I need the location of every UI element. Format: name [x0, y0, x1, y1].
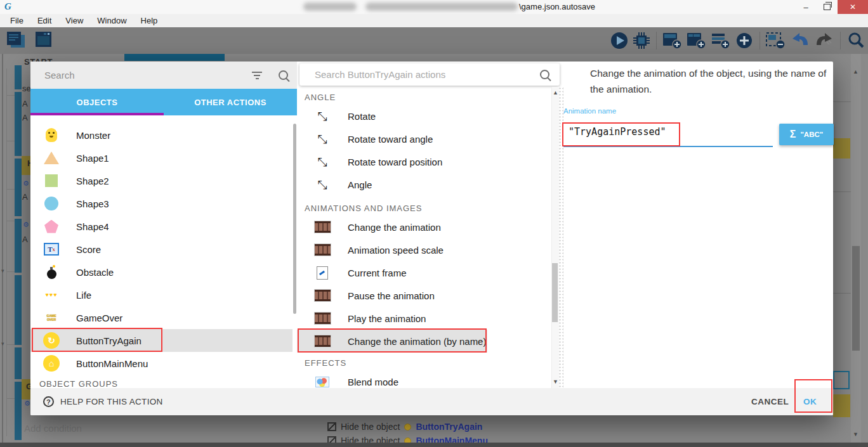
frame-icon — [313, 266, 331, 280]
event-separator — [833, 293, 851, 294]
tab-other-actions[interactable]: OTHER ACTIONS — [164, 89, 297, 115]
tab-objects[interactable]: OBJECTS — [30, 89, 164, 115]
add-circle-icon[interactable] — [735, 31, 754, 50]
circle-icon — [42, 197, 61, 211]
help-link[interactable]: ?HELP FOR THIS ACTION — [43, 388, 163, 415]
action-row-rotate-toward-position[interactable]: ⤡Rotate toward position — [297, 150, 487, 173]
filter-icon[interactable] — [252, 72, 262, 79]
object-row-life[interactable]: ♥♥♥Life — [30, 283, 293, 306]
section-header-angle: ANGLE — [297, 87, 487, 105]
object-row-shape1[interactable]: Shape1 — [30, 146, 293, 169]
action-row-pause-animation[interactable]: Pause the animation — [297, 284, 487, 307]
event-tree-line — [6, 398, 15, 399]
object-row-shape4[interactable]: Shape4 — [30, 215, 293, 238]
menu-help[interactable]: Help — [134, 16, 165, 25]
add-comment-icon[interactable] — [711, 31, 731, 50]
action-row-rotate-toward-angle[interactable]: ⤡Rotate toward angle — [297, 127, 487, 150]
expression-editor-button[interactable]: Σ "ABC" — [779, 124, 834, 145]
event-text-fragment: A — [22, 235, 28, 244]
rotate-icon: ⤡ — [313, 110, 331, 122]
scroll-down-icon[interactable]: ▼ — [853, 431, 858, 437]
object-search-input[interactable] — [43, 69, 252, 81]
action-row-current-frame[interactable]: Current frame — [297, 261, 487, 284]
ok-button[interactable]: OK — [803, 388, 817, 415]
action-row-change-animation[interactable]: Change the animation — [297, 216, 487, 238]
close-button[interactable]: ✕ — [838, 0, 868, 14]
event-action-row: Hide the object ButtonTryAgain — [327, 422, 482, 432]
menu-file[interactable]: File — [3, 16, 30, 25]
events-sheet-icon[interactable] — [5, 30, 27, 50]
section-header-effects: EFFECTS — [297, 353, 487, 370]
object-row-gameover[interactable]: GAMEOVERGameOver — [30, 306, 293, 329]
help-icon: ? — [43, 396, 54, 407]
restart-button-icon: ↻ — [42, 332, 61, 349]
event-text-fragment: A — [22, 192, 28, 202]
add-event-icon[interactable] — [662, 31, 683, 50]
action-list-scrollbar-thumb[interactable] — [552, 263, 558, 322]
rotate-icon: ⤡ — [313, 133, 331, 145]
gear-icon: ⚙ — [24, 399, 30, 408]
action-label: Current frame — [348, 268, 407, 278]
cancel-button[interactable]: CANCEL — [751, 388, 789, 415]
action-row-angle[interactable]: ⤡Angle — [297, 173, 487, 196]
object-label: Score — [76, 244, 101, 255]
object-row-obstacle[interactable]: Obstacle — [30, 261, 293, 283]
redo-icon[interactable] — [814, 32, 834, 49]
sigma-icon: Σ — [790, 129, 796, 140]
action-row-change-animation-by-name[interactable]: Change the animation (by name) — [297, 330, 487, 353]
object-label: Life — [76, 290, 91, 301]
panel-border — [2, 54, 3, 443]
comment-block — [833, 138, 850, 159]
action-row-play-animation[interactable]: Play the animation — [297, 307, 487, 330]
scene-editor-icon[interactable] — [34, 30, 53, 50]
action-row-rotate[interactable]: ⤡Rotate — [297, 105, 487, 127]
object-row-shape3[interactable]: Shape3 — [30, 192, 293, 215]
action-label: Rotate — [348, 111, 376, 122]
add-subevent-icon[interactable] — [687, 31, 707, 50]
menu-window[interactable]: Window — [90, 16, 133, 25]
object-row-buttonmainmenu[interactable]: ⌂ButtonMainMenu — [30, 352, 293, 375]
object-search-bar — [30, 62, 297, 89]
gdevelop-logo-icon: G — [4, 1, 11, 12]
gear-icon: ⚙ — [23, 221, 29, 229]
object-row-shape2[interactable]: Shape2 — [30, 169, 293, 192]
debug-icon[interactable] — [633, 31, 650, 50]
app-window: G \game.json.autosave – ✕ File Edit View… — [0, 0, 868, 447]
restore-button[interactable] — [817, 0, 836, 14]
events-scrollbar-thumb[interactable] — [852, 246, 860, 351]
undo-icon[interactable] — [790, 32, 810, 49]
action-list: ANGLE ⤡Rotate ⤡Rotate toward angle ⤡Rota… — [297, 87, 487, 393]
menu-view[interactable]: View — [58, 16, 90, 25]
action-search-bar — [299, 63, 560, 86]
animation-name-input[interactable] — [567, 126, 766, 138]
menu-edit[interactable]: Edit — [30, 16, 58, 25]
search-icon[interactable] — [540, 70, 549, 79]
action-row-animation-speed-scale[interactable]: Animation speed scale — [297, 238, 487, 261]
action-label: Rotate toward angle — [348, 134, 433, 145]
action-search-input[interactable] — [313, 68, 540, 81]
scroll-up-icon[interactable]: ▲ — [553, 89, 558, 96]
search-icon[interactable] — [279, 70, 288, 80]
section-header-animations: ANIMATIONS AND IMAGES — [297, 196, 487, 216]
toolbar-separator — [656, 32, 657, 49]
delete-event-icon[interactable] — [766, 31, 786, 50]
event-text-fragment: se — [22, 84, 31, 93]
object-label: Shape3 — [76, 198, 109, 209]
minimize-button[interactable]: – — [796, 0, 816, 14]
home-button-icon: ⌂ — [42, 355, 61, 372]
object-row-buttontryagain[interactable]: ↻ButtonTryAgain — [30, 329, 293, 352]
triangle-icon — [42, 152, 61, 164]
search-icon[interactable] — [846, 31, 865, 50]
redacted-title-segment — [365, 3, 518, 11]
play-icon[interactable] — [610, 31, 629, 50]
gameover-text-icon: GAMEOVER — [42, 314, 61, 321]
scroll-up-icon[interactable]: ▲ — [853, 68, 858, 75]
object-list-scrollbar[interactable] — [293, 124, 296, 314]
film-icon — [313, 290, 331, 301]
scroll-down-icon[interactable]: ▼ — [553, 379, 558, 385]
object-label: GameOver — [76, 313, 122, 323]
abc-label: "ABC" — [800, 131, 823, 138]
object-row-monster[interactable]: Monster — [30, 124, 293, 146]
selected-event-outline — [833, 371, 850, 389]
object-row-score[interactable]: TxScore — [30, 238, 293, 261]
